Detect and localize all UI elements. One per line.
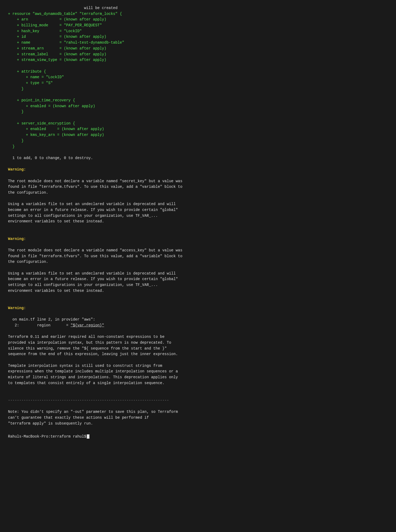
resource-line-9: + stream_view_type = (known after apply): [8, 57, 388, 63]
pitr-block-1: + point_in_time_recovery {: [8, 98, 388, 103]
warning3-line3: provided via interpolation syntax, but t…: [8, 340, 388, 346]
resource-line-3: + billing_mode = "PAY_PER_REQUEST": [8, 23, 388, 28]
warning1-line6: become an error in a future release. If …: [8, 207, 388, 213]
sse-block-2: + enabled = (known after apply): [8, 126, 388, 132]
warning2-line6: become an error in a future release. If …: [8, 276, 388, 282]
warning3-label: Warning:: [8, 305, 388, 311]
attribute-block-2: + name = "LockID": [8, 74, 388, 80]
warning1-line2: found in file "terraform.tfvars". To use…: [8, 184, 388, 190]
pitr-block-3: }: [8, 109, 388, 115]
pitr-block-2: + enabled = (known after apply): [8, 103, 388, 109]
warning1-line5: Using a variables file to set an undecla…: [8, 201, 388, 207]
sse-block-3: + kms_key_arn = (known after apply): [8, 132, 388, 138]
attribute-block-3: + type = "S": [8, 80, 388, 86]
warning2-label: Warning:: [8, 236, 388, 242]
sse-block-4: }: [8, 138, 388, 144]
warning2-line2: found in file "terraform.tfvars". To use…: [8, 253, 388, 259]
warning3-line2: Terraform 0.11 and earlier required all …: [8, 334, 388, 340]
warning2-line3: the configuration.: [8, 259, 388, 265]
resource-line-5: + id = (known after apply): [8, 34, 388, 40]
warning3-line9: mixture of literal strings and interpola…: [8, 375, 388, 380]
terminal-window: will be created + resource "aws_dynamodb…: [0, 0, 396, 532]
terminal-prompt[interactable]: Rahuls-MacBook-Pro:terraform rahul$: [8, 434, 388, 439]
resource-line-8: + stream_label = (known after apply): [8, 52, 388, 57]
warning1-label: Warning:: [8, 167, 388, 173]
resource-line-2: + arn = (known after apply): [8, 17, 388, 23]
note-line1: Note: You didn't specify an "-out" param…: [8, 409, 388, 415]
warning3-line8: expressions when the template includes m…: [8, 369, 388, 375]
separator-line: ----------------------------------------…: [8, 398, 388, 404]
prompt-text: Rahuls-MacBook-Pro:terraform rahul$: [8, 434, 86, 439]
warning3-line4: silence this warning, remove the "${ seq…: [8, 346, 388, 352]
warning2-line1: The root module does not declare a varia…: [8, 248, 388, 253]
attribute-block-4: }: [8, 86, 388, 92]
resource-line-7: + stream_arn = (known after apply): [8, 46, 388, 52]
warning1-line1: The root module does not declare a varia…: [8, 178, 388, 184]
warning1-line7: settings to all configurations in your o…: [8, 213, 388, 219]
warning2-line7: settings to all configurations in your o…: [8, 282, 388, 288]
header-line: will be created: [8, 5, 388, 11]
warning1-line3: the configuration.: [8, 190, 388, 196]
warning3-line10: to templates that consist entirely of a …: [8, 380, 388, 386]
resource-line-4: + hash_key = "LockID": [8, 28, 388, 34]
warning3-location2: 2: region = "${var.region}": [8, 323, 388, 329]
plan-summary: 1 to add, 0 to change, 0 to destroy.: [8, 155, 388, 161]
resource-line-6: + name = "rahul-test-dynamodb-table": [8, 40, 388, 46]
warning3-location1: on main.tf line 2, in provider "aws":: [8, 317, 388, 323]
warning3-line5: sequence from the end of this expression…: [8, 351, 388, 357]
warning1-line8: environment variables to set these inste…: [8, 219, 388, 225]
attribute-block-1: + attribute {: [8, 69, 388, 75]
resource-close: }: [8, 144, 388, 150]
warning2-line8: environment variables to set these inste…: [8, 288, 388, 294]
resource-line-1: + resource "aws_dynamodb_table" "terrafo…: [8, 11, 388, 17]
warning3-line7: Template interpolation syntax is still u…: [8, 363, 388, 369]
warning2-line5: Using a variables file to set an undecla…: [8, 271, 388, 277]
sse-block-1: + server_side_encryption {: [8, 121, 388, 127]
cursor: [87, 434, 89, 439]
note-line2: can't guarantee that exactly these actio…: [8, 415, 388, 421]
note-line3: "terraform apply" is subsequently run.: [8, 421, 388, 427]
